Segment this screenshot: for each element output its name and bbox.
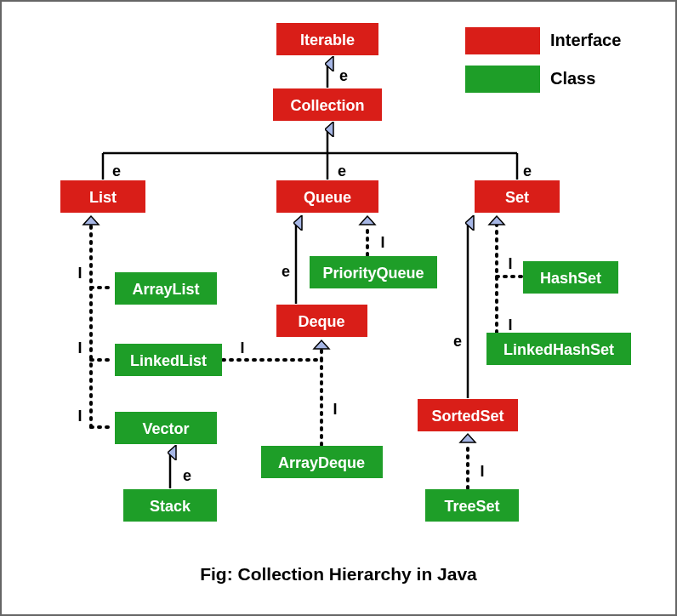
edge-label-I-3: I [77, 408, 82, 425]
node-queue: Queue [276, 180, 378, 213]
node-sortedset: SortedSet [418, 399, 518, 431]
diagram-frame: Interface Class e e e e I I I e e I I I … [0, 0, 677, 616]
legend-interface-label: Interface [550, 31, 621, 49]
edge-label-I-5: I [240, 339, 244, 356]
svg-text:Vector: Vector [142, 420, 189, 437]
edge-label-I-9: I [480, 463, 484, 480]
node-linkedlist: LinkedList [115, 344, 222, 376]
node-arraydeque: ArrayDeque [261, 446, 383, 478]
legend-class-swatch [465, 66, 540, 93]
svg-text:Queue: Queue [304, 189, 351, 206]
edge-label-e-1: e [339, 67, 348, 84]
svg-text:TreeSet: TreeSet [444, 498, 499, 515]
edge-label-I-1: I [77, 265, 82, 282]
node-linkedhashset: LinkedHashSet [486, 333, 631, 365]
arrow-set-trunk [489, 216, 504, 225]
node-list: List [60, 180, 145, 213]
svg-text:List: List [89, 189, 117, 206]
svg-text:Iterable: Iterable [300, 31, 355, 48]
arrow-linkedlist-deque [314, 340, 329, 349]
arrow-list-trunk [83, 216, 99, 225]
edge-label-I-8: I [508, 317, 512, 334]
node-treeset: TreeSet [425, 489, 519, 522]
svg-text:HashSet: HashSet [540, 270, 601, 287]
edge-label-e-5: e [183, 467, 191, 484]
edge-label-I-7: I [508, 255, 512, 272]
node-set: Set [475, 180, 560, 213]
legend-class-label: Class [550, 69, 595, 88]
edge-label-I-2: I [77, 339, 82, 356]
svg-text:LinkedList: LinkedList [130, 352, 207, 369]
node-collection: Collection [273, 88, 382, 121]
diagram-svg: Interface Class e e e e I I I e e I I I … [2, 2, 675, 614]
node-priorityqueue: PriorityQueue [310, 256, 437, 288]
arrow-priorityqueue [360, 216, 375, 225]
svg-text:ArrayDeque: ArrayDeque [278, 454, 365, 471]
svg-text:SortedSet: SortedSet [431, 408, 503, 425]
edge-label-e-7: e [453, 333, 462, 350]
node-vector: Vector [115, 412, 217, 444]
svg-text:Collection: Collection [290, 97, 364, 114]
svg-text:ArrayList: ArrayList [132, 281, 199, 298]
caption: Fig: Collection Hierarchy in Java [200, 564, 477, 584]
arrow-treeset [460, 434, 475, 442]
node-hashset: HashSet [523, 261, 618, 294]
edge-label-I-6: I [333, 401, 337, 418]
legend-interface-swatch [465, 27, 540, 54]
svg-text:Stack: Stack [150, 498, 191, 515]
svg-text:Deque: Deque [298, 313, 344, 330]
svg-text:PriorityQueue: PriorityQueue [322, 265, 424, 282]
svg-text:Set: Set [505, 189, 529, 206]
edge-label-e-2: e [112, 163, 121, 180]
edge-label-e-6: e [282, 263, 290, 280]
svg-text:LinkedHashSet: LinkedHashSet [503, 341, 614, 358]
edge-label-e-3: e [338, 163, 346, 180]
node-deque: Deque [276, 305, 367, 337]
edge-label-e-4: e [523, 163, 532, 180]
edge-label-I-4: I [380, 234, 384, 251]
node-iterable: Iterable [276, 23, 378, 55]
node-stack: Stack [123, 489, 217, 522]
node-arraylist: ArrayList [115, 272, 217, 305]
legend: Interface Class [465, 27, 621, 93]
